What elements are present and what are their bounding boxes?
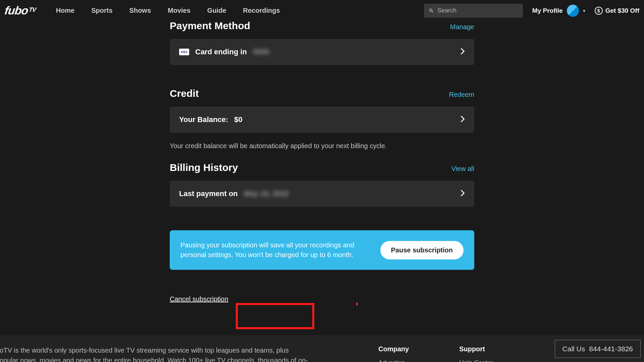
balance-label: Your Balance:	[179, 115, 228, 124]
main-nav: Home Sports Shows Movies Guide Recording…	[56, 7, 280, 14]
nav-home[interactable]: Home	[56, 7, 75, 14]
highlight-box	[236, 303, 314, 329]
cancel-row: Cancel subscription	[170, 295, 474, 303]
payment-title: Payment Method	[170, 20, 250, 32]
nav-guide[interactable]: Guide	[207, 7, 226, 14]
call-us-button[interactable]: Call Us 844-441-3826	[555, 340, 641, 358]
search-input[interactable]	[437, 7, 518, 14]
logo-suffix: TV	[28, 6, 36, 13]
footer-advertise-link[interactable]: Advertise	[378, 359, 409, 362]
search-icon	[429, 8, 434, 14]
offer-label: Get $30 Off	[605, 7, 639, 14]
credit-card[interactable]: Your Balance: $0	[170, 107, 474, 133]
balance-value: $0	[234, 115, 242, 124]
last-payment-date: May 19, 2022	[244, 189, 289, 198]
footer-support: Support Help Center	[459, 345, 493, 362]
footer-columns: Company Advertise Support Help Center	[378, 345, 493, 362]
search-box[interactable]	[424, 4, 523, 18]
billing-section-head: Billing History View all	[170, 162, 474, 173]
header-right: My Profile ▾ $ Get $30 Off	[424, 4, 639, 18]
credit-title: Credit	[170, 88, 199, 99]
avatar	[567, 5, 579, 17]
card-ending-label: Card ending in	[195, 48, 247, 56]
payment-section-head: Payment Method Manage	[170, 22, 474, 32]
credit-card-left: Your Balance: $0	[179, 115, 243, 124]
redeem-link[interactable]: Redeem	[449, 91, 474, 99]
chevron-down-icon: ▾	[583, 8, 585, 13]
nav-movies[interactable]: Movies	[168, 7, 191, 14]
pause-text: Pausing your subscription will save all …	[180, 240, 355, 260]
call-label: Call Us	[562, 345, 585, 353]
nav-recordings[interactable]: Recordings	[243, 7, 280, 14]
footer-company: Company Advertise	[378, 345, 409, 362]
offer-button[interactable]: $ Get $30 Off	[595, 7, 639, 15]
cancel-subscription-link[interactable]: Cancel subscription	[170, 295, 228, 303]
manage-link[interactable]: Manage	[450, 23, 474, 31]
credit-section-head: Credit Redeem	[170, 88, 474, 99]
logo-main: fubo	[4, 4, 29, 17]
billing-title: Billing History	[170, 162, 238, 173]
visa-icon: VISA	[179, 49, 189, 55]
nav-shows[interactable]: Shows	[129, 7, 151, 14]
chevron-right-icon	[460, 48, 465, 56]
payment-card[interactable]: VISA Card ending in 0000	[170, 39, 474, 65]
pause-banner: Pausing your subscription will save all …	[170, 230, 474, 270]
view-all-link[interactable]: View all	[451, 165, 474, 173]
footer-company-heading: Company	[378, 345, 409, 353]
highlight-dot	[356, 303, 358, 305]
card-last4: 0000	[253, 48, 269, 56]
footer: boTV is the world's only sports-focused …	[0, 335, 644, 362]
nav-sports[interactable]: Sports	[91, 7, 112, 14]
billing-card[interactable]: Last payment on May 19, 2022	[170, 181, 474, 207]
profile-label: My Profile	[532, 7, 563, 14]
logo[interactable]: fuboTV	[4, 4, 37, 17]
chevron-right-icon	[460, 115, 465, 124]
last-payment-label: Last payment on	[179, 189, 238, 198]
footer-help-link[interactable]: Help Center	[459, 359, 493, 362]
dollar-icon: $	[595, 7, 603, 15]
footer-description: boTV is the world's only sports-focused …	[0, 345, 311, 362]
call-number: 844-441-3826	[589, 345, 633, 353]
main-content: Payment Method Manage VISA Card ending i…	[170, 21, 474, 303]
pause-button[interactable]: Pause subscription	[380, 241, 464, 259]
header-bar: fuboTV Home Sports Shows Movies Guide Re…	[0, 0, 644, 21]
profile-menu[interactable]: My Profile ▾	[532, 5, 585, 17]
credit-note: Your credit balance will be automaticall…	[170, 142, 474, 150]
footer-support-heading: Support	[459, 345, 493, 353]
chevron-right-icon	[460, 189, 465, 198]
payment-card-left: VISA Card ending in 0000	[179, 48, 269, 56]
billing-card-left: Last payment on May 19, 2022	[179, 189, 289, 198]
